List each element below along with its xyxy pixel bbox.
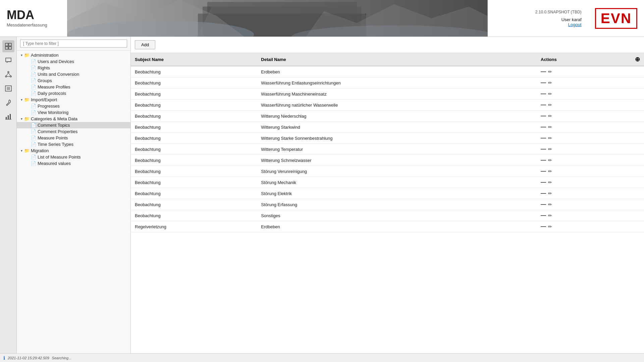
sidebar-filter-input[interactable] [20, 40, 127, 48]
icon-bar-chat[interactable] [2, 54, 14, 66]
edit-button[interactable]: ✏ [548, 69, 552, 74]
sidebar-item-units-conversion[interactable]: 📄Units and Conversion [17, 71, 130, 77]
sidebar-item-measure-profiles[interactable]: 📄Measure Profiles [17, 84, 130, 90]
cell-actions: — ✏ [537, 177, 644, 188]
cell-detail: Witterung Niederschlag [257, 111, 537, 122]
folder-icon: 📁 [24, 116, 30, 121]
icon-bar-list[interactable] [2, 82, 14, 95]
cell-detail: Erdbeben [257, 66, 537, 77]
delete-button[interactable]: — [541, 190, 546, 196]
sidebar-item-daily-protocols[interactable]: 📄Daily protocols [17, 90, 130, 97]
delete-button[interactable]: — [541, 102, 546, 108]
edit-button[interactable]: ✏ [548, 124, 552, 130]
cell-actions: — ✏ [537, 133, 644, 144]
delete-button[interactable]: — [541, 157, 546, 163]
sidebar-item-comment-properties[interactable]: 📄Comment Properties [17, 128, 130, 135]
sidebar-tree: ▾📁Administration📄Users and Devices📄Right… [17, 51, 130, 353]
icon-bar-wrench[interactable] [2, 97, 14, 109]
evn-logo-text: EVN [595, 8, 637, 29]
delete-button[interactable]: — [541, 146, 546, 152]
table-row: BeobachtungWitterung Temperatur — ✏ [131, 144, 644, 155]
tree-item-label: Time Series Types [38, 142, 73, 147]
delete-button[interactable]: — [541, 124, 546, 130]
svg-rect-10 [5, 43, 8, 46]
edit-button[interactable]: ✏ [548, 113, 552, 119]
col-subject-name: Subject Name [131, 53, 257, 66]
sidebar-item-list-measure-points[interactable]: 📄List of Measure Points [17, 154, 130, 160]
tree-item-label: Progresses [38, 104, 60, 109]
delete-button[interactable]: — [541, 113, 546, 119]
svg-rect-11 [9, 43, 11, 46]
company-logo: EVN [588, 0, 644, 37]
sidebar-item-groups[interactable]: 📄Groups [17, 77, 130, 84]
app-subtitle: Messdatenerfassung [7, 22, 60, 27]
tree-item-label: Import/Export [31, 97, 57, 102]
table-body: BeobachtungErdbeben — ✏ BeobachtungWasse… [131, 66, 644, 232]
sidebar-item-progresses[interactable]: 📄Progresses [17, 103, 130, 109]
delete-button[interactable]: — [541, 69, 546, 75]
edit-button[interactable]: ✏ [548, 102, 552, 108]
main-container: ▾📁Administration📄Users and Devices📄Right… [0, 37, 644, 353]
sidebar-item-administration[interactable]: ▾📁Administration [17, 52, 130, 58]
header-banner [67, 0, 488, 37]
delete-button[interactable]: — [541, 80, 546, 86]
sidebar-item-measured-values[interactable]: 📄Measured values [17, 160, 130, 167]
file-icon: 📄 [31, 110, 36, 115]
file-icon: 📄 [31, 155, 36, 160]
sidebar-item-import-export[interactable]: ▾📁Import/Export [17, 97, 130, 103]
cell-subject: Beobachtung [131, 177, 257, 188]
sidebar-filter-area[interactable] [17, 37, 130, 51]
delete-button[interactable]: — [541, 201, 546, 207]
delete-button[interactable]: — [541, 135, 546, 141]
sidebar-item-comment-topics[interactable]: 📄Comment Topics [17, 122, 130, 128]
svg-line-18 [8, 73, 10, 76]
edit-button[interactable]: ✏ [548, 213, 552, 218]
delete-button[interactable]: — [541, 224, 546, 230]
add-col-icon[interactable]: ⊕ [635, 56, 640, 63]
sidebar-item-time-series-types[interactable]: 📄Time Series Types [17, 141, 130, 147]
cell-actions: — ✏ [537, 88, 644, 100]
file-icon: 📄 [31, 59, 36, 64]
tree-item-label: Comment Properties [38, 129, 77, 134]
add-button[interactable]: Add [135, 40, 155, 49]
edit-button[interactable]: ✏ [548, 191, 552, 196]
logout-link[interactable]: Logout [561, 22, 582, 27]
cell-subject: Beobachtung [131, 77, 257, 88]
sidebar-item-migration[interactable]: ▾📁Migration [17, 147, 130, 154]
edit-button[interactable]: ✏ [548, 158, 552, 163]
folder-icon: 📁 [24, 53, 30, 58]
edit-button[interactable]: ✏ [548, 146, 552, 152]
cell-subject: Beobachtung [131, 88, 257, 100]
sidebar-item-categories-meta[interactable]: ▾📁Categories & Meta Data [17, 116, 130, 122]
table-row: BeobachtungWasserführung Entlastungseinr… [131, 77, 644, 88]
icon-bar-chart[interactable] [2, 111, 14, 123]
delete-button[interactable]: — [541, 91, 546, 97]
data-table: Subject Name Detail Name Actions ⊕ Beoba… [131, 53, 644, 232]
svg-rect-26 [10, 114, 11, 119]
delete-button[interactable]: — [541, 213, 546, 219]
icon-bar-dashboard[interactable] [2, 40, 14, 52]
sidebar-item-measure-points[interactable]: 📄Measure Points [17, 135, 130, 141]
sidebar-item-view-monitoring[interactable]: 📄View Monitoring [17, 109, 130, 116]
app-version: 2.10.0.SNAPSHOT (TBD) [535, 10, 582, 14]
edit-button[interactable]: ✏ [548, 180, 552, 185]
cell-detail: Störung Verunreinigung [257, 166, 537, 177]
status-bar: ℹ 2021-11-02 15:29:42.509 Searching... [0, 353, 644, 362]
cell-actions: — ✏ [537, 221, 644, 232]
sidebar-item-rights[interactable]: 📄Rights [17, 65, 130, 71]
edit-button[interactable]: ✏ [548, 202, 552, 207]
edit-button[interactable]: ✏ [548, 80, 552, 85]
delete-button[interactable]: — [541, 168, 546, 174]
icon-bar-network[interactable] [2, 68, 14, 80]
edit-button[interactable]: ✏ [548, 135, 552, 141]
edit-button[interactable]: ✏ [548, 91, 552, 97]
sidebar-item-users-devices[interactable]: 📄Users and Devices [17, 58, 130, 65]
cell-detail: Witterung Starke Sonnenbestrahlung [257, 133, 537, 144]
cell-subject: Beobachtung [131, 188, 257, 199]
delete-button[interactable]: — [541, 179, 546, 185]
edit-button[interactable]: ✏ [548, 224, 552, 229]
cell-subject: Beobachtung [131, 111, 257, 122]
tree-item-label: Units and Conversion [38, 72, 79, 77]
cell-subject: Beobachtung [131, 199, 257, 210]
edit-button[interactable]: ✏ [548, 169, 552, 174]
